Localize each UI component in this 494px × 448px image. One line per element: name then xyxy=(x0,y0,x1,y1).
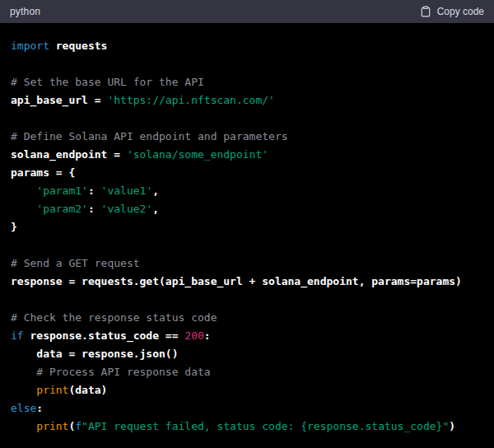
code-token: params = { xyxy=(11,166,75,179)
code-token: 'value1' xyxy=(101,184,153,197)
code-line xyxy=(11,291,483,309)
clipboard-icon xyxy=(420,6,431,17)
code-token: import xyxy=(11,40,49,52)
code-token: : xyxy=(88,184,101,197)
code-token xyxy=(11,420,36,432)
code-token: 200 xyxy=(184,329,203,342)
code-line xyxy=(11,110,483,128)
code-token: response = requests.get(api_base_url + s… xyxy=(11,275,462,287)
code-token: # Process API response data xyxy=(36,366,210,378)
code-area: import requests # Set the base URL for t… xyxy=(0,23,494,448)
code-line: params = { xyxy=(11,164,483,182)
code-token: } xyxy=(11,221,17,233)
code-line: 'param1': 'value1', xyxy=(11,182,483,200)
code-line: # Define Solana API endpoint and paramet… xyxy=(11,128,483,146)
code-line: print(f"API request failed, status code:… xyxy=(11,418,483,436)
code-line: response = requests.get(api_base_url + s… xyxy=(11,273,483,291)
code-token: requests xyxy=(49,40,107,52)
code-line: } xyxy=(11,218,483,236)
code-line: api_base_url = 'https://api.nftscan.com/… xyxy=(11,91,483,110)
code-token: response.status_code == xyxy=(24,329,185,342)
code-token: , xyxy=(152,203,159,215)
copy-code-button[interactable]: Copy code xyxy=(420,6,484,17)
code-token: 'param1' xyxy=(36,184,88,197)
code-token: 'param2' xyxy=(36,203,88,215)
code-line: data = response.json() xyxy=(11,345,483,363)
code-token: , xyxy=(152,184,159,197)
code-token: ) xyxy=(449,420,455,432)
code-token: api_base_url = xyxy=(11,94,107,106)
code-line: print(data) xyxy=(11,381,483,399)
code-token: # Set the base URL for the API xyxy=(11,76,204,88)
code-token: : xyxy=(204,329,211,342)
code-token: f xyxy=(75,420,82,432)
code-token: 'solana/some_endpoint' xyxy=(127,148,268,161)
language-label: python xyxy=(10,6,40,17)
code-token: print xyxy=(36,420,68,432)
code-line: # Send a GET request xyxy=(11,254,483,273)
code-token xyxy=(11,203,36,215)
code-line: # Set the base URL for the API xyxy=(11,73,483,91)
code-token: (data) xyxy=(68,384,107,396)
code-token: # Check the response status code xyxy=(11,311,217,324)
code-token xyxy=(11,366,36,378)
code-line: solana_endpoint = 'solana/some_endpoint' xyxy=(11,146,483,164)
code-line xyxy=(11,55,483,73)
code-line: # Process API response data xyxy=(11,363,483,381)
copy-code-label: Copy code xyxy=(437,6,484,17)
code-block: python Copy code import requests # Set t… xyxy=(0,0,494,448)
code-token: data = response.json() xyxy=(11,348,179,360)
code-token: # Send a GET request xyxy=(11,257,140,269)
code-line: else: xyxy=(11,399,483,418)
code-token: "API request failed, status code: {respo… xyxy=(82,420,449,432)
code-line: if response.status_code == 200: xyxy=(11,327,483,345)
code-token: : xyxy=(36,402,43,414)
code-line xyxy=(11,236,483,254)
code-token: : xyxy=(88,203,101,215)
code-token: else xyxy=(11,402,36,414)
code-token: if xyxy=(11,329,24,342)
code-token xyxy=(11,184,36,197)
code-token: # Define Solana API endpoint and paramet… xyxy=(11,130,288,142)
code-line: 'param2': 'value2', xyxy=(11,200,483,218)
code-token xyxy=(11,384,36,396)
code-header: python Copy code xyxy=(0,0,494,23)
code-token: solana_endpoint = xyxy=(11,148,127,161)
code-line: # Check the response status code xyxy=(11,309,483,327)
code-line: import requests xyxy=(11,37,483,55)
code-token: print xyxy=(36,384,68,396)
code-token: 'https://api.nftscan.com/' xyxy=(107,94,275,106)
code-token: 'value2' xyxy=(101,203,153,215)
